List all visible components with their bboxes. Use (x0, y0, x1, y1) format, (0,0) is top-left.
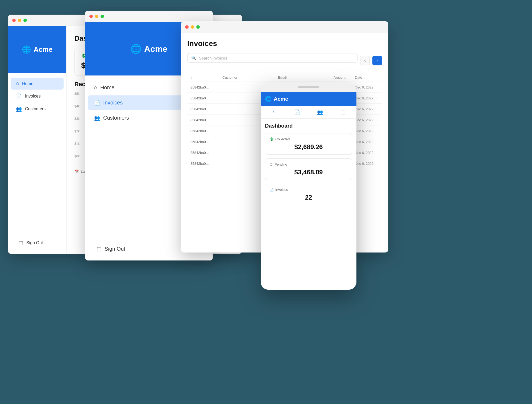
customers-icon: 👥 (16, 106, 22, 112)
tablet-sign-out-label: Sign Out (105, 246, 125, 252)
mobile-titlebar (261, 82, 356, 92)
invoices-search-row: 🔍 Search invoices ‹ › (187, 53, 382, 68)
mobile-collected-card: 💲 Collected $2,689.26 (265, 133, 352, 155)
row-date: Dec 6, 2022 (355, 162, 379, 166)
col-amount: Amount (334, 75, 355, 79)
row-date: Dec 6, 2022 (355, 85, 379, 89)
mobile-invoices-label: 📄 Invoices (269, 188, 348, 192)
row-id: 85842ba0... (190, 107, 222, 111)
tablet-globe-icon: 🌐 (130, 44, 142, 54)
row-id: 85842ba0... (190, 140, 222, 144)
globe-icon: 🌐 (22, 45, 31, 54)
mobile-collected-value: $2,689.26 (269, 143, 348, 151)
invoices-maximize-button[interactable] (196, 25, 200, 29)
sidebar-item-home-label: Home (22, 81, 34, 86)
close-button[interactable] (12, 19, 16, 22)
sidebar-item-customers-label: Customers (25, 107, 45, 111)
chart-y-labels: $5k $4k $3k $2k $1k $0k (74, 92, 80, 158)
mobile-dollar-icon: 💲 (269, 137, 274, 141)
sidebar-item-invoices-label: Invoices (25, 94, 41, 99)
invoices-minimize-button[interactable] (191, 25, 194, 29)
col-email: Email (278, 75, 334, 79)
calendar-icon: 📅 (74, 170, 79, 174)
invoices-table-header: # Customer Email Amount Date (187, 73, 382, 82)
desktop-app-name: Acme (34, 45, 53, 54)
mobile-tabs: ⌂ 📄 👥 ⬚ (261, 106, 356, 119)
row-date: Dec 6, 2022 (355, 118, 379, 122)
tablet-sign-out-icon: ⬚ (97, 246, 101, 252)
col-date: Date (355, 75, 379, 79)
mobile-tab-customers[interactable]: 👥 (309, 106, 331, 118)
sign-out-icon: ⬚ (19, 240, 23, 246)
col-customer: Customer (222, 75, 278, 79)
invoices-title: Invoices (187, 39, 382, 48)
mobile-pending-card: ⏱ Pending $3,468.09 (265, 158, 352, 180)
mobile-content: Dashboard 💲 Collected $2,689.26 ⏱ Pendin… (261, 119, 356, 290)
mobile-invoices-icon: 📄 (294, 109, 300, 115)
row-id: 85842ba0... (190, 129, 222, 133)
mobile-collected-label: 💲 Collected (269, 137, 348, 141)
mobile-pending-label: ⏱ Pending (269, 162, 348, 166)
mobile-header: 🌐 Acme (261, 92, 356, 106)
sidebar-item-invoices[interactable]: 📄 Invoices (11, 90, 64, 102)
mobile-customers-icon: 👥 (317, 109, 323, 115)
mobile-window: 🌐 Acme ⌂ 📄 👥 ⬚ Dashboard 💲 Collected $2,… (261, 82, 356, 290)
search-icon: 🔍 (191, 56, 196, 60)
row-id: 85842ba0... (190, 118, 222, 122)
mobile-signout-icon: ⬚ (341, 109, 345, 115)
tablet-close-button[interactable] (89, 15, 93, 18)
search-bar[interactable]: 🔍 Search invoices (187, 53, 358, 63)
sign-out-item[interactable]: ⬚ Sign Out (13, 237, 61, 249)
row-date: Dec 6, 2022 (355, 129, 379, 133)
mobile-tab-signout[interactable]: ⬚ (331, 106, 354, 118)
maximize-button[interactable] (23, 19, 27, 22)
col-hash: # (190, 75, 222, 79)
mobile-dashboard-title: Dashboard (265, 123, 352, 129)
row-date: Dec 6, 2022 (355, 96, 379, 100)
next-button[interactable]: › (372, 56, 382, 65)
mobile-tab-invoices[interactable]: 📄 (286, 106, 309, 118)
sidebar-item-home[interactable]: ⌂ Home (11, 78, 64, 90)
desktop-sidebar-bottom: ⬚ Sign Out (8, 232, 66, 254)
row-date: Dec 6, 2022 (355, 140, 379, 144)
invoices-icon: 📄 (16, 93, 22, 99)
row-date: Dec 6, 2022 (355, 107, 379, 111)
mobile-invoices-card: 📄 Invoices 22 (265, 184, 352, 205)
invoices-titlebar (181, 21, 388, 33)
desktop-sidebar-logo: 🌐 Acme (8, 26, 66, 73)
tablet-invoices-icon: 📄 (94, 100, 100, 106)
row-date: Dec 6, 2022 (355, 151, 379, 155)
desktop-sidebar: 🌐 Acme ⌂ Home 📄 Invoices 👥 Customers (8, 26, 66, 254)
tablet-home-label: Home (100, 85, 114, 91)
mobile-tab-home[interactable]: ⌂ (263, 106, 286, 118)
prev-button[interactable]: ‹ (360, 56, 370, 65)
tablet-invoices-label: Invoices (103, 100, 123, 106)
mobile-home-icon: ⌂ (273, 109, 276, 115)
sign-out-label: Sign Out (26, 241, 43, 245)
row-id: 85842ba0... (190, 85, 222, 89)
tablet-maximize-button[interactable] (101, 15, 104, 18)
mobile-globe-icon: 🌐 (265, 96, 272, 102)
row-id: 85842ba0... (190, 96, 222, 100)
mobile-pending-value: $3,468.09 (269, 169, 348, 176)
invoices-close-button[interactable] (185, 25, 189, 29)
row-id: 85842ba0... (190, 151, 222, 155)
mobile-invoices-count: 22 (269, 194, 348, 201)
mobile-app-name: Acme (274, 96, 288, 102)
sidebar-item-customers[interactable]: 👥 Customers (11, 103, 64, 115)
tablet-home-icon: ⌂ (94, 85, 97, 90)
mobile-drag-pill (298, 86, 319, 88)
tablet-app-name: Acme (144, 44, 167, 54)
tablet-titlebar (85, 11, 213, 22)
search-placeholder: Search invoices (199, 56, 227, 60)
mobile-invoices-doc-icon: 📄 (269, 188, 274, 192)
tablet-minimize-button[interactable] (95, 15, 98, 18)
home-icon: ⌂ (16, 81, 19, 86)
row-id: 85842ba0... (190, 162, 222, 166)
tablet-customers-icon: 👥 (94, 115, 100, 121)
tablet-customers-label: Customers (103, 115, 129, 121)
mobile-clock-icon: ⏱ (269, 162, 273, 166)
minimize-button[interactable] (18, 19, 21, 22)
desktop-nav: ⌂ Home 📄 Invoices 👥 Customers (8, 73, 66, 232)
